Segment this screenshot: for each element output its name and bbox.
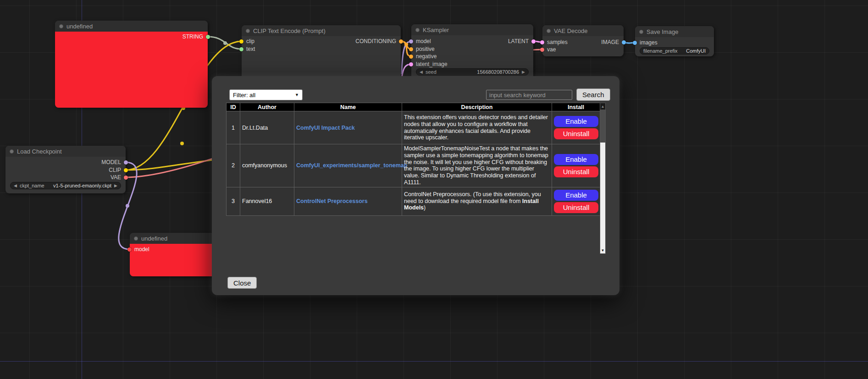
extension-link[interactable]: ComfyUI_experiments/sampler_tonemap xyxy=(296,162,407,169)
filename-prefix-widget[interactable]: filename_prefix ComfyUI xyxy=(640,47,709,55)
widget-increment-icon[interactable]: ▶ xyxy=(114,183,117,188)
node-title: undefined xyxy=(141,235,167,242)
cell-install: Enable Uninstall xyxy=(552,187,600,215)
slot-label: MODEL xyxy=(101,159,121,165)
node-load-checkpoint[interactable]: Load Checkpoint MODEL CLIP VAE ◀ ckpt_na… xyxy=(6,146,126,193)
node-titlebar[interactable]: Save Image xyxy=(635,26,714,37)
node-undefined-top[interactable]: undefined STRING xyxy=(55,21,208,108)
widget-decrement-icon[interactable]: ◀ xyxy=(420,70,423,74)
scroll-down-arrow-icon[interactable]: ▼ xyxy=(600,247,605,253)
widget-label: seed xyxy=(426,69,437,75)
output-slot-string[interactable]: STRING xyxy=(182,33,210,40)
slot-label: LATENT xyxy=(508,38,529,44)
collapse-dot-icon[interactable] xyxy=(415,28,420,32)
node-save-image[interactable]: Save Image images filename_prefix ComfyU… xyxy=(635,26,714,56)
enable-button[interactable]: Enable xyxy=(554,154,598,165)
filter-select[interactable]: Filter: all ▼ xyxy=(229,89,303,100)
widget-decrement-icon[interactable]: ◀ xyxy=(14,183,17,188)
input-slot-positive[interactable]: positive xyxy=(409,46,435,52)
extension-table: ID Author Name Description Install 1 Dr.… xyxy=(226,103,600,216)
input-slot-negative[interactable]: negative xyxy=(409,53,437,60)
slot-label: CONDITIONING xyxy=(355,38,396,44)
slot-label: samples xyxy=(547,39,568,45)
node-titlebar[interactable]: VAE Decode xyxy=(542,25,624,36)
slot-label: model xyxy=(416,38,431,44)
input-slot-images[interactable]: images xyxy=(633,39,658,46)
search-button[interactable]: Search xyxy=(576,88,610,101)
node-titlebar[interactable]: Load Checkpoint xyxy=(6,146,126,157)
output-slot-image[interactable]: IMAGE xyxy=(601,39,626,45)
scroll-up-arrow-icon[interactable]: ▲ xyxy=(600,103,605,110)
output-slot-vae[interactable]: VAE xyxy=(111,174,128,181)
header-description: Description xyxy=(402,103,552,111)
node-titlebar[interactable]: undefined xyxy=(55,21,208,32)
node-vae-decode[interactable]: VAE Decode samples vae IMAGE xyxy=(542,25,624,56)
ckpt-name-widget[interactable]: ◀ ckpt_name v1-5-pruned-emaonly.ckpt ▶ xyxy=(10,182,121,189)
node-titlebar[interactable]: CLIP Text Encode (Prompt) xyxy=(242,25,401,36)
node-body xyxy=(55,32,208,108)
header-author: Author xyxy=(240,103,294,111)
collapse-dot-icon[interactable] xyxy=(639,30,643,34)
search-input[interactable] xyxy=(486,90,572,100)
extension-link[interactable]: ControlNet Preprocessors xyxy=(296,198,368,204)
node-title: Save Image xyxy=(647,28,678,35)
node-title: undefined xyxy=(66,23,93,30)
clip-port-icon[interactable] xyxy=(239,39,243,44)
widget-increment-icon[interactable]: ▶ xyxy=(522,70,525,74)
cell-author: Dr.Lt.Data xyxy=(240,111,294,144)
output-slot-clip[interactable]: CLIP xyxy=(109,167,128,173)
header-install: Install xyxy=(552,103,600,111)
close-button[interactable]: Close xyxy=(227,277,257,289)
node-title: KSampler xyxy=(423,27,449,33)
cell-description: ModelSamplerTonemapNoiseTest a node that… xyxy=(402,144,552,187)
uninstall-button[interactable]: Uninstall xyxy=(554,128,598,139)
enable-button[interactable]: Enable xyxy=(554,190,598,201)
collapse-dot-icon[interactable] xyxy=(59,24,63,28)
conditioning-port-icon[interactable] xyxy=(409,47,413,51)
enable-button[interactable]: Enable xyxy=(554,116,598,127)
output-slot-conditioning[interactable]: CONDITIONING xyxy=(355,38,403,44)
conditioning-port-icon[interactable] xyxy=(399,39,403,44)
collapse-dot-icon[interactable] xyxy=(547,29,551,33)
table-scrollbar[interactable]: ▲ ▼ xyxy=(600,103,606,254)
latent-port-icon[interactable] xyxy=(409,62,413,66)
input-slot-model[interactable]: model xyxy=(127,246,149,253)
scroll-thumb[interactable] xyxy=(600,110,605,143)
uninstall-button[interactable]: Uninstall xyxy=(554,202,598,213)
slot-label: vae xyxy=(547,46,556,53)
model-port-icon[interactable] xyxy=(124,160,128,165)
collapse-dot-icon[interactable] xyxy=(246,29,250,33)
slot-label: CLIP xyxy=(109,167,121,173)
latent-port-icon[interactable] xyxy=(540,40,544,44)
input-slot-vae[interactable]: vae xyxy=(540,46,556,53)
latent-port-icon[interactable] xyxy=(531,39,536,44)
string-port-icon[interactable] xyxy=(239,47,243,51)
extension-link[interactable]: ComfyUI Impact Pack xyxy=(296,125,355,131)
slot-label: latent_image xyxy=(416,61,448,67)
cell-install: Enable Uninstall xyxy=(552,144,600,187)
input-slot-clip[interactable]: clip xyxy=(239,38,254,44)
uninstall-button[interactable]: Uninstall xyxy=(554,166,598,177)
slot-label: clip xyxy=(246,38,254,44)
input-slot-model[interactable]: model xyxy=(409,38,431,44)
collapse-dot-icon[interactable] xyxy=(134,236,138,241)
vae-port-icon[interactable] xyxy=(540,48,544,52)
seed-widget[interactable]: ◀ seed 156680208700286 ▶ xyxy=(416,68,529,76)
output-slot-latent[interactable]: LATENT xyxy=(508,38,536,44)
image-port-icon[interactable] xyxy=(622,40,626,44)
string-port-icon[interactable] xyxy=(206,35,210,39)
node-titlebar[interactable]: KSampler xyxy=(411,24,533,35)
input-slot-latent-image[interactable]: latent_image xyxy=(409,61,448,67)
slot-label: negative xyxy=(416,53,437,60)
model-port-icon[interactable] xyxy=(409,39,413,44)
clip-port-icon[interactable] xyxy=(124,168,128,172)
model-port-icon[interactable] xyxy=(127,247,132,252)
image-port-icon[interactable] xyxy=(633,41,637,45)
conditioning-port-icon[interactable] xyxy=(409,55,413,59)
input-slot-text[interactable]: text xyxy=(239,46,255,52)
output-slot-model[interactable]: MODEL xyxy=(101,159,128,165)
input-slot-samples[interactable]: samples xyxy=(540,39,568,45)
vae-port-icon[interactable] xyxy=(124,176,128,180)
node-title: VAE Decode xyxy=(554,27,587,34)
collapse-dot-icon[interactable] xyxy=(10,149,14,154)
